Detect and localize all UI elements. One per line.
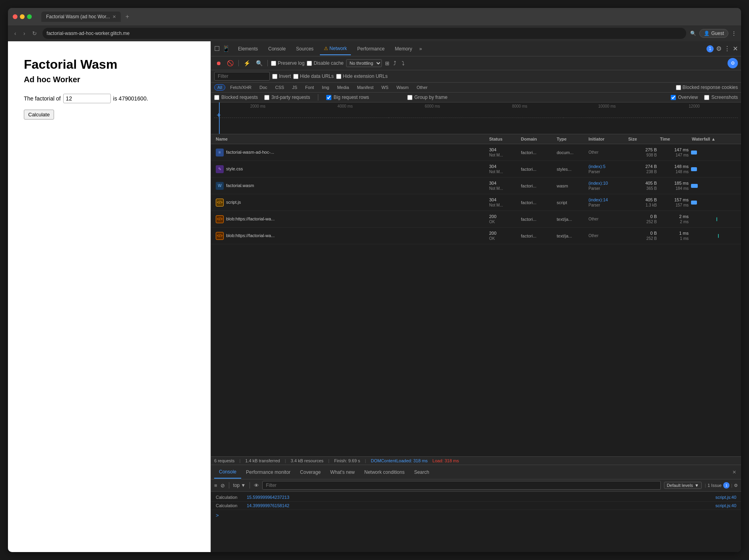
devtools-settings-button[interactable]: ⚙	[728, 58, 738, 68]
third-party-checkbox[interactable]	[264, 95, 269, 100]
inspector-icon[interactable]: ☐	[214, 45, 220, 52]
console-entry-1-source[interactable]: script.js:40	[715, 495, 736, 500]
device-icon[interactable]: 📱	[222, 45, 230, 52]
big-rows-label[interactable]: Big request rows	[326, 95, 369, 100]
hide-data-urls-label[interactable]: Hide data URLs	[293, 73, 334, 79]
console-context[interactable]: top ▼	[233, 483, 246, 488]
devtools-close-icon[interactable]: ✕	[733, 45, 738, 52]
devtools-menu-icon[interactable]: ⋮	[724, 45, 730, 52]
disable-cache-label[interactable]: Disable cache	[307, 60, 343, 66]
type-btn-wasm[interactable]: Wasm	[393, 84, 412, 91]
table-row[interactable]: </> blob:https://factorial-wa... 200 OK …	[211, 211, 741, 228]
guest-button[interactable]: 👤 Guest	[699, 29, 728, 38]
header-type[interactable]: Type	[555, 136, 587, 142]
maximize-button[interactable]	[27, 14, 32, 19]
type-btn-manifest[interactable]: Manifest	[354, 84, 377, 91]
back-button[interactable]: ‹	[13, 29, 18, 37]
invert-label[interactable]: Invert	[272, 73, 291, 79]
browser-tab[interactable]: Factorial Wasm (ad hoc Wor... ✕	[41, 12, 121, 22]
network-table[interactable]: Name Status Domain Type Initiator Size T…	[211, 134, 741, 456]
type-btn-js[interactable]: JS	[289, 84, 300, 91]
console-close-icon[interactable]: ✕	[731, 468, 738, 477]
console-tab-network[interactable]: Network conditions	[360, 466, 409, 478]
console-settings-icon[interactable]: ⚙	[734, 483, 738, 488]
table-row[interactable]: </> script.js 304 Not M... factori... sc…	[211, 194, 741, 211]
tab-console[interactable]: Console	[264, 43, 290, 55]
tab-sources[interactable]: Sources	[292, 43, 317, 55]
overview-label[interactable]: Overview	[671, 95, 698, 100]
preserve-log-checkbox[interactable]	[271, 61, 276, 66]
search-button[interactable]: 🔍	[254, 59, 264, 67]
console-clear-icon[interactable]: ⊘	[221, 483, 225, 489]
throttle-select[interactable]: No throttling	[346, 59, 382, 67]
calculate-button[interactable]: Calculate	[24, 110, 54, 120]
table-row[interactable]: W factorial.wasm 304 Not M... factori...…	[211, 178, 741, 194]
tab-elements[interactable]: Elements	[234, 43, 262, 55]
console-log[interactable]: Calculation 15.599999964237213 script.js…	[211, 492, 741, 552]
type-btn-media[interactable]: Media	[334, 84, 352, 91]
header-time[interactable]: Time	[658, 136, 690, 142]
type-btn-font[interactable]: Font	[302, 84, 317, 91]
invert-checkbox[interactable]	[272, 74, 277, 79]
console-tab-search[interactable]: Search	[409, 466, 434, 478]
settings-icon[interactable]: ⚙	[716, 45, 722, 52]
tab-performance[interactable]: Performance	[353, 43, 389, 55]
close-button[interactable]	[13, 14, 17, 19]
more-tabs-icon[interactable]: »	[419, 46, 422, 52]
console-prompt[interactable]: >	[211, 510, 741, 521]
overview-checkbox[interactable]	[671, 95, 676, 100]
preserve-log-label[interactable]: Preserve log	[271, 60, 304, 66]
screenshots-checkbox[interactable]	[704, 95, 709, 100]
minimize-button[interactable]	[20, 14, 25, 19]
tab-network[interactable]: ⚠Network	[320, 42, 351, 55]
hide-extension-urls-label[interactable]: Hide extension URLs	[336, 73, 388, 79]
console-tab-coverage[interactable]: Coverage	[295, 466, 325, 478]
third-party-label[interactable]: 3rd-party requests	[264, 95, 310, 100]
type-btn-all[interactable]: All	[214, 84, 225, 91]
type-btn-fetch[interactable]: Fetch/XHR	[227, 84, 255, 91]
table-row[interactable]: ✎ style.css 304 Not M... factori... styl…	[211, 161, 741, 178]
group-by-frame-label[interactable]: Group by frame	[407, 95, 447, 100]
console-sidebar-icon[interactable]: ≡	[214, 483, 217, 489]
throttle-more-icon[interactable]: ⊞	[385, 60, 389, 66]
console-eye-icon[interactable]: 👁	[254, 483, 259, 489]
console-tab-console[interactable]: Console	[214, 466, 241, 479]
new-tab-button[interactable]: +	[124, 13, 131, 20]
blocked-requests-label[interactable]: Blocked requests	[214, 95, 258, 100]
header-initiator[interactable]: Initiator	[587, 136, 627, 142]
table-row[interactable]: </> blob:https://factorial-wa... 200 OK …	[211, 228, 741, 244]
filter-button[interactable]: ⚡	[242, 59, 252, 67]
table-row[interactable]: ≡ factorial-wasm-ad-hoc-... 304 Not M...…	[211, 144, 741, 161]
header-name[interactable]: Name	[214, 136, 488, 142]
hide-data-urls-checkbox[interactable]	[293, 74, 298, 79]
type-btn-css[interactable]: CSS	[272, 84, 288, 91]
console-tab-whats-new[interactable]: What's new	[325, 466, 360, 478]
tab-close-icon[interactable]: ✕	[112, 14, 116, 19]
screenshots-label[interactable]: Screenshots	[704, 95, 738, 100]
type-btn-doc[interactable]: Doc	[256, 84, 271, 91]
type-btn-other[interactable]: Other	[413, 84, 431, 91]
header-waterfall[interactable]: Waterfall ▲	[690, 136, 738, 142]
blocked-cookies-checkbox[interactable]	[676, 85, 681, 90]
timeline-area[interactable]: 2000 ms 4000 ms 6000 ms 8000 ms 10000 ms…	[211, 102, 741, 134]
big-rows-checkbox[interactable]	[326, 95, 331, 100]
reload-button[interactable]: ↻	[31, 29, 39, 37]
blocked-cookies-label[interactable]: Blocked response cookies	[676, 85, 738, 90]
blocked-requests-checkbox[interactable]	[214, 95, 219, 100]
filter-input[interactable]	[214, 72, 270, 81]
menu-icon[interactable]: ⋮	[732, 31, 736, 36]
console-filter-input[interactable]	[262, 481, 661, 490]
default-levels-button[interactable]: Default levels ▼	[664, 482, 702, 489]
console-tab-performance[interactable]: Performance monitor	[241, 466, 295, 478]
console-entry-2-source[interactable]: script.js:40	[715, 503, 736, 508]
header-size[interactable]: Size	[627, 136, 658, 142]
type-btn-ws[interactable]: WS	[378, 84, 392, 91]
record-button[interactable]: ⏺	[214, 59, 223, 67]
header-domain[interactable]: Domain	[519, 136, 555, 142]
header-status[interactable]: Status	[488, 136, 519, 142]
clear-button[interactable]: 🚫	[225, 59, 235, 67]
group-by-frame-checkbox[interactable]	[407, 95, 412, 100]
factorial-input[interactable]	[63, 94, 111, 103]
tab-memory[interactable]: Memory	[391, 43, 416, 55]
import-button[interactable]: ⤴	[392, 59, 398, 67]
